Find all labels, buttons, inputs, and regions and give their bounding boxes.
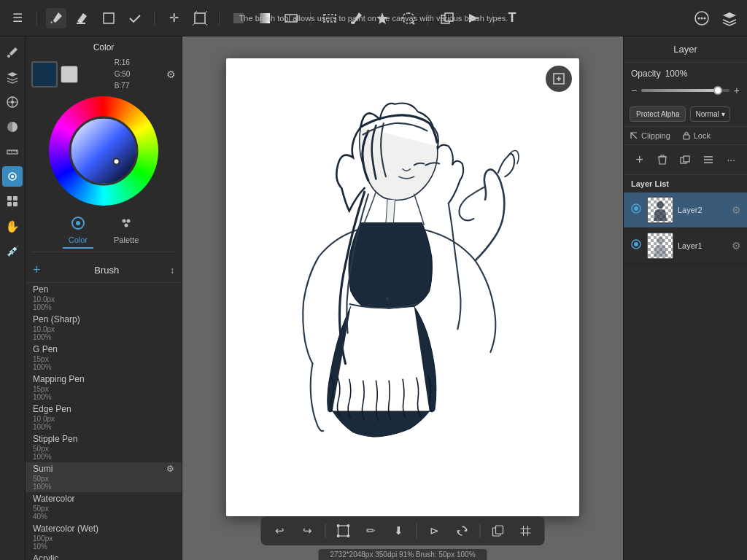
alt-color-swatch[interactable] [61, 66, 78, 83]
redo-button[interactable]: ↪ [298, 521, 318, 541]
brush-section: + Brush ↕ Pen ⚙ 10.0px100% Pen (Sharp) ⚙… [26, 258, 182, 560]
opacity-value: 100% [665, 69, 688, 79]
layer-list: Layer2 ⚙ Layer1 ⚙ [624, 192, 747, 560]
undo-button[interactable]: ↩ [270, 521, 290, 541]
blend-mode-button[interactable]: Normal ▾ [690, 106, 729, 122]
main-area: ✋ 💉 Color R:16 G:50 B:77 ⚙ [0, 36, 747, 560]
sort-brush-icon[interactable]: ↕ [170, 265, 174, 276]
sidebar-brush[interactable] [2, 42, 23, 63]
brush-title: Brush [44, 265, 170, 276]
status-bar: 2732*2048px 350dpi 91% Brush: 50px 100% [318, 549, 487, 560]
brush-name: G Pen [33, 344, 58, 354]
brush-name: Edge Pen [33, 404, 71, 414]
svg-rect-42 [684, 135, 689, 139]
brush-size-opacity: 10.0px100% [33, 325, 174, 341]
separator [219, 11, 220, 26]
move-tool-icon[interactable]: ✛ [163, 8, 184, 28]
layer-thumbnail [647, 233, 673, 259]
brush-tool-icon[interactable] [46, 8, 66, 28]
layer-visibility-button[interactable] [630, 202, 643, 218]
brush-list-item[interactable]: Edge Pen ⚙ 10.0px100% [26, 402, 182, 432]
svg-point-14 [7, 55, 10, 58]
canvas-icon[interactable] [98, 8, 119, 28]
opacity-decrease-button[interactable]: − [631, 85, 637, 96]
protect-alpha-button[interactable]: Protect Alpha [630, 106, 686, 122]
sidebar-material[interactable] [2, 191, 23, 211]
menu-icon[interactable]: ☰ [7, 8, 28, 28]
layer-item[interactable]: Layer2 ⚙ [624, 192, 747, 228]
sidebar-eyedropper[interactable]: 💉 [2, 241, 23, 261]
layers-icon[interactable] [719, 8, 740, 28]
top-bar: ☰ ✛ [0, 0, 747, 36]
svg-point-27 [127, 219, 131, 223]
color-wheel-cursor[interactable] [113, 158, 120, 166]
grid-button[interactable] [516, 521, 536, 541]
opacity-increase-button[interactable]: + [734, 85, 740, 96]
duplicate-layer-button[interactable] [675, 149, 695, 170]
sidebar-ruler[interactable] [2, 141, 23, 162]
eraser-tool-icon[interactable] [72, 8, 93, 28]
add-layer-button[interactable]: + [630, 149, 650, 170]
brush-list-item[interactable]: Pen (Sharp) ⚙ 10.0px100% [26, 313, 182, 343]
canvas-background[interactable]: ↩ ↪ ✏ ⬇ ⊳ 2 [182, 36, 623, 560]
layer-item[interactable]: Layer1 ⚙ [624, 228, 747, 264]
brush-list-item[interactable]: Watercolor ⚙ 50px40% [26, 492, 182, 522]
brush-list-item[interactable]: Mapping Pen ⚙ 15px100% [26, 373, 182, 402]
brush-name: Acrylic [33, 553, 58, 560]
opacity-slider[interactable] [641, 89, 729, 92]
share-icon[interactable] [692, 8, 712, 28]
brush-list-item[interactable]: Watercolor (Wet) ⚙ 100px10% [26, 522, 182, 552]
play-button[interactable]: ⊳ [425, 521, 445, 541]
sidebar-hand[interactable]: ✋ [2, 216, 23, 236]
transform-tool-icon[interactable] [190, 8, 210, 28]
svg-point-35 [347, 534, 350, 537]
layer-settings-icon[interactable]: ⚙ [732, 204, 741, 216]
add-brush-icon[interactable]: + [33, 262, 41, 278]
color-rgb-values: R:16 G:50 B:77 [115, 57, 131, 92]
layer-menu-button[interactable] [698, 149, 719, 170]
lock-button[interactable]: Lock [682, 131, 711, 140]
brush-list-item[interactable]: Pen ⚙ 10.0px100% [26, 283, 182, 313]
opacity-slider-thumb[interactable] [713, 86, 722, 95]
color-tab-color[interactable]: Color [63, 213, 93, 249]
delete-layer-button[interactable] [652, 149, 673, 170]
color-tab-palette[interactable]: Palette [108, 213, 144, 249]
svg-point-26 [123, 219, 126, 223]
brush-list-item[interactable]: Stipple Pen ⚙ 50px100% [26, 432, 182, 462]
brush-settings-icon[interactable]: ⚙ [166, 464, 174, 474]
svg-point-32 [337, 524, 340, 527]
layer-options-button[interactable]: ··· [721, 149, 741, 170]
toolbar-right [692, 8, 740, 28]
brush-list-item[interactable]: Acrylic ⚙ 50px100% [26, 552, 182, 560]
canvas-content[interactable] [226, 58, 579, 516]
brush-list-item[interactable]: Sumi ⚙ 50px100% [26, 462, 182, 492]
checkmark-icon[interactable] [125, 8, 145, 28]
opacity-slider-fill [641, 89, 721, 92]
left-sidebar: ✋ 💉 [0, 36, 26, 560]
color-wheel-container[interactable] [31, 96, 176, 206]
clipping-button[interactable]: Clipping [630, 131, 670, 140]
svg-rect-23 [13, 202, 18, 206]
color-settings-icon[interactable]: ⚙ [166, 69, 176, 80]
sidebar-navigator[interactable] [2, 92, 23, 112]
color-wheel[interactable] [49, 96, 158, 206]
draw-button[interactable]: ✏ [361, 521, 382, 541]
rotate-button[interactable] [452, 521, 473, 541]
layer-visibility-button[interactable] [630, 238, 643, 254]
sidebar-color[interactable] [2, 117, 23, 137]
svg-point-53 [657, 237, 664, 244]
transform-button[interactable] [333, 521, 354, 541]
sidebar-settings[interactable] [2, 166, 23, 187]
copy-paste-button[interactable] [488, 521, 508, 541]
svg-point-49 [634, 206, 638, 211]
main-color-swatch[interactable] [31, 61, 58, 88]
color-wheel-inner[interactable] [69, 117, 139, 186]
sidebar-layers[interactable] [2, 67, 23, 88]
bottom-toolbar: ↩ ↪ ✏ ⬇ ⊳ [261, 516, 545, 545]
layer-settings-icon[interactable]: ⚙ [732, 240, 741, 252]
brush-list-item[interactable]: G Pen ⚙ 15px100% [26, 343, 182, 373]
tooltip-text: The brush tool allows users to paint on … [239, 14, 508, 23]
svg-point-25 [76, 221, 80, 225]
download-button[interactable]: ⬇ [389, 521, 409, 541]
svg-point-34 [337, 534, 340, 537]
